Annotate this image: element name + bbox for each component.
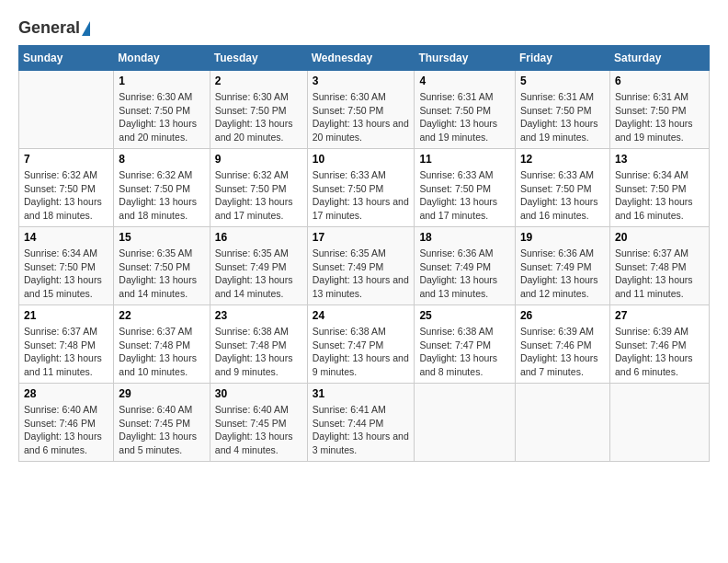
day-info: Sunrise: 6:37 AMSunset: 7:48 PMDaylight:… [119,325,204,379]
calendar-cell: 27Sunrise: 6:39 AMSunset: 7:46 PMDayligh… [609,305,709,384]
calendar-cell: 9Sunrise: 6:32 AMSunset: 7:50 PMDaylight… [210,149,307,227]
calendar-cell: 17Sunrise: 6:35 AMSunset: 7:49 PMDayligh… [307,227,415,305]
calendar-cell: 2Sunrise: 6:30 AMSunset: 7:50 PMDaylight… [210,71,307,149]
logo: General [18,18,90,36]
calendar-cell: 3Sunrise: 6:30 AMSunset: 7:50 PMDaylight… [307,71,415,149]
day-number: 3 [313,75,410,87]
day-info: Sunrise: 6:31 AMSunset: 7:50 PMDaylight:… [615,90,704,144]
day-info: Sunrise: 6:39 AMSunset: 7:46 PMDaylight:… [520,325,605,379]
header-day-saturday: Saturday [609,46,709,71]
calendar-cell: 4Sunrise: 6:31 AMSunset: 7:50 PMDaylight… [415,71,516,149]
day-info: Sunrise: 6:34 AMSunset: 7:50 PMDaylight:… [615,168,704,223]
day-number: 11 [419,153,510,166]
calendar-cell: 18Sunrise: 6:36 AMSunset: 7:49 PMDayligh… [415,227,516,305]
day-number: 20 [615,231,704,244]
calendar-cell: 24Sunrise: 6:38 AMSunset: 7:47 PMDayligh… [307,305,415,384]
day-number: 26 [520,309,605,322]
calendar-cell: 29Sunrise: 6:40 AMSunset: 7:45 PMDayligh… [114,384,210,462]
calendar-cell: 23Sunrise: 6:38 AMSunset: 7:48 PMDayligh… [210,305,307,384]
day-number: 13 [615,153,704,166]
day-number: 29 [119,387,204,400]
day-number: 12 [520,153,605,166]
day-info: Sunrise: 6:30 AMSunset: 7:50 PMDaylight:… [215,90,302,144]
day-info: Sunrise: 6:32 AMSunset: 7:50 PMDaylight:… [24,168,108,223]
calendar-cell: 15Sunrise: 6:35 AMSunset: 7:50 PMDayligh… [114,227,210,305]
day-number: 17 [313,231,410,244]
calendar-cell [415,384,516,462]
day-info: Sunrise: 6:34 AMSunset: 7:50 PMDaylight:… [24,247,108,301]
day-number: 1 [119,75,204,87]
calendar-cell: 8Sunrise: 6:32 AMSunset: 7:50 PMDaylight… [114,149,210,227]
calendar-cell: 25Sunrise: 6:38 AMSunset: 7:47 PMDayligh… [415,305,516,384]
day-info: Sunrise: 6:40 AMSunset: 7:45 PMDaylight:… [119,403,204,457]
calendar-cell: 13Sunrise: 6:34 AMSunset: 7:50 PMDayligh… [609,149,709,227]
calendar-week-row: 7Sunrise: 6:32 AMSunset: 7:50 PMDaylight… [19,149,710,227]
day-info: Sunrise: 6:30 AMSunset: 7:50 PMDaylight:… [313,90,410,144]
calendar-cell [19,71,114,149]
day-number: 14 [24,231,108,244]
day-number: 28 [24,387,108,400]
calendar-cell: 5Sunrise: 6:31 AMSunset: 7:50 PMDaylight… [515,71,609,149]
day-number: 8 [119,153,204,166]
day-info: Sunrise: 6:33 AMSunset: 7:50 PMDaylight:… [419,168,510,223]
day-number: 5 [520,75,605,87]
day-number: 31 [313,387,410,400]
logo-general-text: General [18,18,80,38]
day-info: Sunrise: 6:36 AMSunset: 7:49 PMDaylight:… [419,247,510,301]
header-day-thursday: Thursday [415,46,516,71]
day-number: 2 [215,75,302,87]
calendar-cell: 21Sunrise: 6:37 AMSunset: 7:48 PMDayligh… [19,305,114,384]
day-number: 23 [215,309,302,322]
calendar-cell: 14Sunrise: 6:34 AMSunset: 7:50 PMDayligh… [19,227,114,305]
calendar-cell: 11Sunrise: 6:33 AMSunset: 7:50 PMDayligh… [415,149,516,227]
calendar-cell: 12Sunrise: 6:33 AMSunset: 7:50 PMDayligh… [515,149,609,227]
day-info: Sunrise: 6:33 AMSunset: 7:50 PMDaylight:… [313,168,410,223]
day-info: Sunrise: 6:35 AMSunset: 7:49 PMDaylight:… [313,247,410,301]
calendar-cell: 28Sunrise: 6:40 AMSunset: 7:46 PMDayligh… [19,384,114,462]
day-number: 25 [419,309,510,322]
day-number: 30 [215,387,302,400]
day-number: 21 [24,309,108,322]
calendar-cell [609,384,709,462]
header: General [18,18,710,36]
day-info: Sunrise: 6:35 AMSunset: 7:49 PMDaylight:… [215,247,302,301]
day-number: 4 [419,75,510,87]
day-info: Sunrise: 6:38 AMSunset: 7:47 PMDaylight:… [419,325,510,379]
logo-icon [82,21,90,36]
header-day-monday: Monday [114,46,210,71]
calendar-cell: 7Sunrise: 6:32 AMSunset: 7:50 PMDaylight… [19,149,114,227]
day-number: 27 [615,309,704,322]
calendar-cell: 20Sunrise: 6:37 AMSunset: 7:48 PMDayligh… [609,227,709,305]
calendar-cell: 10Sunrise: 6:33 AMSunset: 7:50 PMDayligh… [307,149,415,227]
day-info: Sunrise: 6:38 AMSunset: 7:47 PMDaylight:… [313,325,410,379]
calendar-cell: 31Sunrise: 6:41 AMSunset: 7:44 PMDayligh… [307,384,415,462]
day-info: Sunrise: 6:40 AMSunset: 7:46 PMDaylight:… [24,403,108,457]
day-info: Sunrise: 6:32 AMSunset: 7:50 PMDaylight:… [215,168,302,223]
day-info: Sunrise: 6:35 AMSunset: 7:50 PMDaylight:… [119,247,204,301]
day-number: 15 [119,231,204,244]
day-info: Sunrise: 6:32 AMSunset: 7:50 PMDaylight:… [119,168,204,223]
day-info: Sunrise: 6:31 AMSunset: 7:50 PMDaylight:… [520,90,605,144]
day-info: Sunrise: 6:37 AMSunset: 7:48 PMDaylight:… [615,247,704,301]
day-info: Sunrise: 6:36 AMSunset: 7:49 PMDaylight:… [520,247,605,301]
calendar-cell: 6Sunrise: 6:31 AMSunset: 7:50 PMDaylight… [609,71,709,149]
day-number: 10 [313,153,410,166]
calendar-cell: 30Sunrise: 6:40 AMSunset: 7:45 PMDayligh… [210,384,307,462]
calendar-week-row: 1Sunrise: 6:30 AMSunset: 7:50 PMDaylight… [19,71,710,149]
day-info: Sunrise: 6:38 AMSunset: 7:48 PMDaylight:… [215,325,302,379]
day-info: Sunrise: 6:40 AMSunset: 7:45 PMDaylight:… [215,403,302,457]
day-info: Sunrise: 6:31 AMSunset: 7:50 PMDaylight:… [419,90,510,144]
calendar-cell: 16Sunrise: 6:35 AMSunset: 7:49 PMDayligh… [210,227,307,305]
calendar-week-row: 21Sunrise: 6:37 AMSunset: 7:48 PMDayligh… [19,305,710,384]
calendar-cell [515,384,609,462]
day-number: 18 [419,231,510,244]
day-info: Sunrise: 6:41 AMSunset: 7:44 PMDaylight:… [313,403,410,457]
calendar-cell: 19Sunrise: 6:36 AMSunset: 7:49 PMDayligh… [515,227,609,305]
calendar-week-row: 28Sunrise: 6:40 AMSunset: 7:46 PMDayligh… [19,384,710,462]
calendar-cell: 1Sunrise: 6:30 AMSunset: 7:50 PMDaylight… [114,71,210,149]
day-number: 16 [215,231,302,244]
day-info: Sunrise: 6:39 AMSunset: 7:46 PMDaylight:… [615,325,704,379]
day-number: 9 [215,153,302,166]
calendar-cell: 26Sunrise: 6:39 AMSunset: 7:46 PMDayligh… [515,305,609,384]
header-day-wednesday: Wednesday [307,46,415,71]
